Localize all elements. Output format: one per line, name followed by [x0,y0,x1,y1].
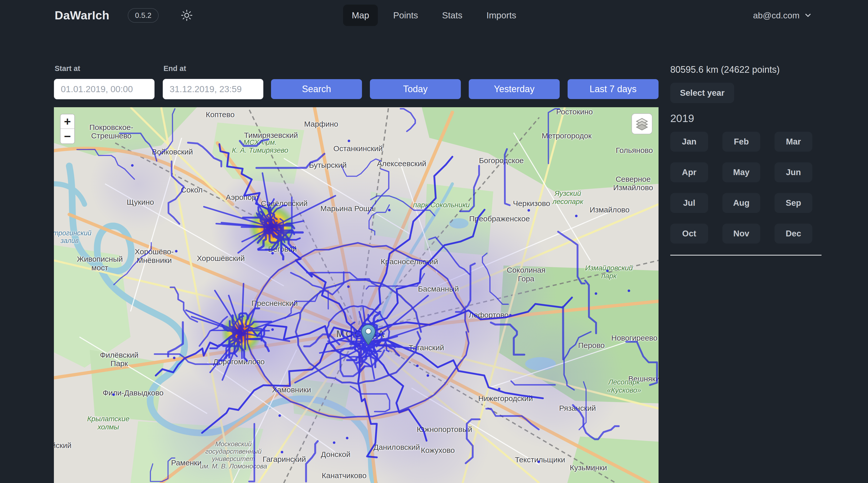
map-base-tiles [54,107,658,483]
month-button-mar[interactable]: Mar [775,132,812,152]
theme-toggle-button[interactable] [180,8,194,23]
tab-map[interactable]: Map [343,5,378,26]
month-button-feb[interactable]: Feb [722,132,760,152]
app-logo: DaWarIch [55,8,109,22]
zoom-in-button[interactable]: + [61,115,74,129]
zoom-control: + − [60,114,75,144]
year-heading: 2019 [670,112,822,125]
brand-group: DaWarIch 0.5.2 [55,0,194,31]
map-canvas[interactable]: Покровское- СтрешневоКоптевоМарфиноТимир… [54,107,658,483]
search-button[interactable]: Search [271,79,362,99]
month-button-jun[interactable]: Jun [775,162,812,182]
month-button-sep[interactable]: Sep [775,193,812,213]
today-button[interactable]: Today [370,79,461,99]
tab-imports[interactable]: Imports [478,5,525,26]
month-grid: Jan Feb Mar Apr May Jun Jul Aug Sep Oct … [670,132,822,244]
distance-stats: 80595.6 km (24622 points) [670,64,822,75]
month-button-jul[interactable]: Jul [670,193,708,213]
month-button-nov[interactable]: Nov [722,224,760,244]
last-7-days-button[interactable]: Last 7 days [567,79,658,99]
location-marker[interactable] [361,324,376,347]
start-at-label: Start at [55,64,80,73]
month-button-aug[interactable]: Aug [722,193,760,213]
tab-points[interactable]: Points [384,5,427,26]
month-button-may[interactable]: May [722,162,760,182]
month-button-apr[interactable]: Apr [670,162,708,182]
start-at-input[interactable] [54,79,155,99]
tab-stats[interactable]: Stats [433,5,471,26]
sun-icon [181,9,193,21]
end-at-input[interactable] [163,79,264,99]
month-button-dec[interactable]: Dec [775,224,812,244]
main-nav: Map Points Stats Imports [343,0,525,31]
panel-divider [670,255,822,256]
year-panel: 80595.6 km (24622 points) Select year 20… [670,0,822,256]
layers-icon [635,117,649,130]
layers-control[interactable] [631,114,652,134]
version-badge: 0.5.2 [128,8,159,23]
select-year-button[interactable]: Select year [670,83,734,103]
month-button-jan[interactable]: Jan [670,132,708,152]
map-pin-icon [361,324,376,345]
month-button-oct[interactable]: Oct [670,224,708,244]
end-at-label: End at [163,64,186,73]
yesterday-button[interactable]: Yesterday [469,79,560,99]
zoom-out-button[interactable]: − [61,129,74,143]
